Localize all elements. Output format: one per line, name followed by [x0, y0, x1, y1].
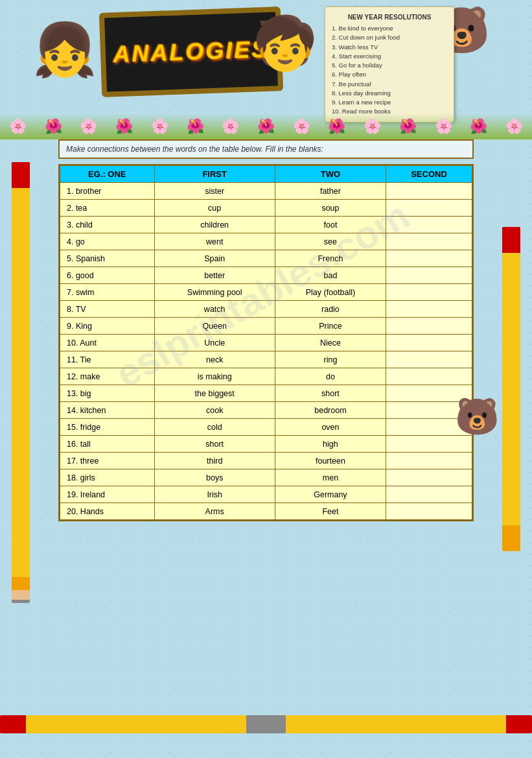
- row-7-col4: [386, 284, 472, 301]
- row-4-col2: went: [154, 233, 275, 250]
- table-row: 3. childchildrenfoot: [60, 217, 472, 233]
- row-17-col2: third: [154, 453, 275, 469]
- row-16-col3: high: [275, 436, 386, 453]
- flower-13: 🌸: [426, 118, 461, 135]
- row-19-col4: [386, 486, 472, 503]
- row-12-col3: do: [275, 368, 386, 385]
- row-20-col2: Arms: [154, 503, 275, 520]
- row-1-col3: father: [275, 183, 386, 200]
- pencil-right: [502, 227, 520, 551]
- pencil-bottom-right: [260, 715, 532, 733]
- flower-8: 🌺: [248, 118, 284, 135]
- row-11-col4: [386, 351, 472, 368]
- row-3-col4: [386, 217, 472, 233]
- flower-5: 🌸: [142, 118, 178, 135]
- row-4-col4: [386, 233, 472, 250]
- header-col1: EG.: ONE: [60, 166, 155, 183]
- table-row: 18. girlsboysmen: [60, 469, 472, 486]
- row-5-num-label: 5. Spanish: [60, 250, 155, 267]
- table-row: 16. tallshorthigh: [60, 436, 472, 453]
- table-header-row: EG.: ONE FIRST TWO SECOND: [60, 166, 472, 183]
- table-row: 14. kitchencookbedroom: [60, 402, 472, 419]
- row-6-num-label: 6. good: [60, 267, 155, 284]
- row-19-num-label: 19. Ireland: [60, 486, 155, 503]
- row-9-col4: [386, 318, 472, 335]
- row-1-num-label: 1. brother: [60, 183, 155, 200]
- row-2-col4: [386, 200, 472, 217]
- table-row: 19. IrelandIrishGermany: [60, 486, 472, 503]
- row-10-num-label: 10. Aunt: [60, 335, 155, 351]
- resolution-item-4: 4. Start exercising: [332, 52, 447, 61]
- flower-2: 🌺: [36, 118, 71, 135]
- flower-6: 🌺: [178, 118, 213, 135]
- row-2-col2: cup: [154, 200, 275, 217]
- row-16-num-label: 16. tall: [60, 436, 155, 453]
- resolution-item-8: 8. Less day dreaming: [332, 89, 447, 98]
- flower-border: 🌸 🌺 🌸 🌺 🌸 🌺 🌸 🌺 🌸 🌺 🌸 🌺 🌸 🌺 🌸: [0, 113, 532, 139]
- row-9-col3: Prince: [275, 318, 386, 335]
- row-12-col4: [386, 368, 472, 385]
- row-5-col4: [386, 250, 472, 267]
- row-15-col2: cold: [154, 419, 275, 436]
- row-10-col2: Uncle: [154, 335, 275, 351]
- girl-figure: 👧: [32, 19, 97, 80]
- resolution-item-3: 3. Watch less TV: [332, 43, 447, 52]
- table-row: 17. threethirdfourteen: [60, 453, 472, 469]
- row-9-col2: Queen: [154, 318, 275, 335]
- row-6-col3: bad: [275, 267, 386, 284]
- row-8-num-label: 8. TV: [60, 301, 155, 318]
- flower-9: 🌸: [284, 118, 319, 135]
- row-18-col3: men: [275, 469, 386, 486]
- table-row: 1. brothersisterfather: [60, 183, 472, 200]
- resolution-item-7: 7. Be punctual: [332, 80, 447, 89]
- row-1-col4: [386, 183, 472, 200]
- row-5-col2: Spain: [154, 250, 275, 267]
- row-12-num-label: 12. make: [60, 368, 155, 385]
- flower-7: 🌸: [213, 118, 248, 135]
- table-row: 15. fridgecoldoven: [60, 419, 472, 436]
- resolution-title: NEW YEAR RESOLUTIONS: [332, 12, 447, 22]
- flower-1: 🌸: [0, 118, 36, 135]
- flower-14: 🌺: [461, 118, 497, 135]
- table-row: 8. TVwatchradio: [60, 301, 472, 318]
- row-19-col3: Germany: [275, 486, 386, 503]
- row-18-col4: [386, 469, 472, 486]
- row-6-col4: [386, 267, 472, 284]
- pencil-bottom-left: [0, 715, 272, 733]
- table-row: 2. teacupsoup: [60, 200, 472, 217]
- row-2-num-label: 2. tea: [60, 200, 155, 217]
- row-20-col4: [386, 503, 472, 520]
- row-9-num-label: 9. King: [60, 318, 155, 335]
- row-16-col4: [386, 436, 472, 453]
- row-20-num-label: 20. Hands: [60, 503, 155, 520]
- boy-figure: 🧒: [253, 13, 318, 74]
- row-3-num-label: 3. child: [60, 217, 155, 233]
- table-row: 13. bigthe biggestshort: [60, 385, 472, 402]
- row-13-num-label: 13. big: [60, 385, 155, 402]
- row-14-col2: cook: [154, 402, 275, 419]
- table-row: 10. AuntUncleNiece: [60, 335, 472, 351]
- instruction-text: Make connections between the words on th…: [66, 145, 323, 154]
- header-col2: FIRST: [154, 166, 275, 183]
- pencil-left-eraser: [12, 162, 30, 188]
- row-3-col3: foot: [275, 217, 386, 233]
- instruction-box: Make connections between the words on th…: [58, 139, 474, 159]
- row-19-col2: Irish: [154, 486, 275, 503]
- flower-15: 🌸: [496, 118, 532, 135]
- flower-4: 🌺: [106, 118, 142, 135]
- row-10-col4: [386, 335, 472, 351]
- row-14-num-label: 14. kitchen: [60, 402, 155, 419]
- row-11-col3: ring: [275, 351, 386, 368]
- row-2-col3: soup: [275, 200, 386, 217]
- row-4-col3: see: [275, 233, 386, 250]
- resolution-item-5: 5. Go for a holiday: [332, 61, 447, 70]
- row-5-col3: French: [275, 250, 386, 267]
- row-8-col3: radio: [275, 301, 386, 318]
- row-17-num-label: 17. three: [60, 453, 155, 469]
- flower-12: 🌺: [390, 118, 426, 135]
- table-row: 7. swimSwimming poolPlay (football): [60, 284, 472, 301]
- flower-10: 🌺: [319, 118, 355, 135]
- row-3-col2: children: [154, 217, 275, 233]
- resolution-item-9: 9. Learn a new recipe: [332, 98, 447, 107]
- resolution-scroll: NEW YEAR RESOLUTIONS 1. Be kind to every…: [325, 6, 454, 123]
